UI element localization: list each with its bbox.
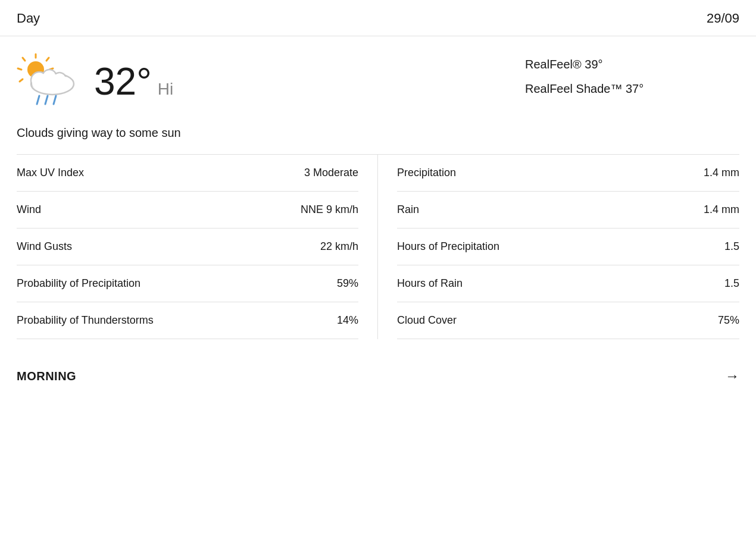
stat-row-hours-precip: Hours of Precipitation 1.5	[397, 228, 739, 265]
stats-grid: Max UV Index 3 Moderate Wind NNE 9 km/h …	[17, 154, 739, 339]
svg-line-2	[23, 58, 25, 61]
stats-right-column: Precipitation 1.4 mm Rain 1.4 mm Hours o…	[378, 155, 739, 339]
arrow-right-icon[interactable]: →	[725, 368, 739, 384]
temperature-value: 32°	[94, 62, 152, 101]
weather-icon	[17, 53, 82, 109]
stat-row-uv: Max UV Index 3 Moderate	[17, 155, 358, 192]
svg-line-5	[20, 79, 23, 82]
day-label: Day	[17, 11, 40, 26]
temperature-block: 32° Hi	[94, 62, 173, 101]
stat-value-prob-thunder: 14%	[337, 314, 358, 327]
svg-line-15	[37, 96, 39, 104]
realfeel: RealFeel® 39°	[525, 58, 739, 71]
stat-value-rain: 1.4 mm	[704, 204, 739, 216]
stats-left-column: Max UV Index 3 Moderate Wind NNE 9 km/h …	[17, 155, 378, 339]
stat-row-wind-gusts: Wind Gusts 22 km/h	[17, 228, 358, 265]
stat-label-uv: Max UV Index	[17, 167, 84, 179]
stat-row-prob-thunder: Probability of Thunderstorms 14%	[17, 302, 358, 339]
stat-value-uv: 3 Moderate	[304, 167, 358, 179]
stat-label-wind-gusts: Wind Gusts	[17, 240, 72, 253]
footer-bar[interactable]: MORNING →	[0, 351, 756, 401]
stat-row-wind: Wind NNE 9 km/h	[17, 192, 358, 228]
stat-label-cloud-cover: Cloud Cover	[397, 314, 457, 327]
stat-value-wind: NNE 9 km/h	[301, 204, 358, 216]
weather-left: 32° Hi	[17, 53, 173, 109]
stat-row-rain: Rain 1.4 mm	[397, 192, 739, 228]
main-content: 32° Hi RealFeel® 39° RealFeel Shade™ 37°…	[0, 36, 756, 339]
temperature-label: Hi	[158, 80, 173, 99]
stat-label-wind: Wind	[17, 204, 41, 216]
stat-label-precipitation: Precipitation	[397, 167, 456, 179]
stat-value-wind-gusts: 22 km/h	[320, 240, 358, 253]
realfeel-shade: RealFeel Shade™ 37°	[525, 82, 739, 96]
stat-value-hours-precip: 1.5	[724, 240, 739, 253]
stat-row-precipitation: Precipitation 1.4 mm	[397, 155, 739, 192]
date-label: 29/09	[707, 11, 739, 26]
stat-value-prob-precip: 59%	[337, 277, 358, 290]
stat-value-precipitation: 1.4 mm	[704, 167, 739, 179]
stat-row-hours-rain: Hours of Rain 1.5	[397, 265, 739, 302]
page-header: Day 29/09	[0, 0, 756, 36]
svg-line-1	[46, 58, 49, 61]
morning-label[interactable]: MORNING	[17, 370, 76, 383]
weather-hero: 32° Hi RealFeel® 39° RealFeel Shade™ 37°	[17, 53, 739, 109]
stat-label-prob-thunder: Probability of Thunderstorms	[17, 314, 154, 327]
stat-value-cloud-cover: 75%	[718, 314, 739, 327]
svg-point-14	[54, 74, 65, 85]
stat-row-prob-precip: Probability of Precipitation 59%	[17, 265, 358, 302]
svg-line-3	[18, 68, 21, 70]
svg-line-17	[54, 96, 56, 104]
weather-description: Clouds giving way to some sun	[17, 126, 739, 140]
svg-point-13	[43, 71, 56, 83]
stat-label-prob-precip: Probability of Precipitation	[17, 277, 140, 290]
svg-line-16	[45, 96, 48, 104]
weather-right: RealFeel® 39° RealFeel Shade™ 37°	[525, 53, 739, 96]
stat-label-rain: Rain	[397, 204, 419, 216]
stat-value-hours-rain: 1.5	[724, 277, 739, 290]
stat-label-hours-rain: Hours of Rain	[397, 277, 463, 290]
stat-label-hours-precip: Hours of Precipitation	[397, 240, 499, 253]
stat-row-cloud-cover: Cloud Cover 75%	[397, 302, 739, 339]
